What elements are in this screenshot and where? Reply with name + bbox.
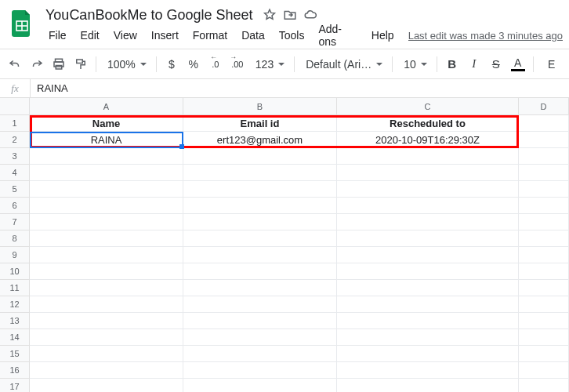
percent-button[interactable]: % (183, 54, 204, 74)
cell-C5[interactable] (337, 181, 519, 198)
cell-B13[interactable] (183, 313, 337, 329)
cell-A16[interactable] (30, 362, 183, 379)
undo-button[interactable] (5, 54, 25, 74)
cell-D8[interactable] (519, 230, 569, 247)
cell-A7[interactable] (30, 214, 183, 230)
cell-A12[interactable] (30, 296, 183, 313)
cell-D13[interactable] (519, 313, 569, 329)
cell-A3[interactable] (30, 148, 183, 165)
row-header[interactable]: 3 (0, 148, 30, 165)
cell-B10[interactable] (183, 263, 337, 280)
cell-B5[interactable] (183, 181, 337, 198)
cell-B1[interactable]: Email id (183, 115, 337, 132)
cell-A6[interactable] (30, 198, 183, 214)
row-header[interactable]: 5 (0, 181, 30, 198)
row-header[interactable]: 8 (0, 230, 30, 247)
row-header[interactable]: 12 (0, 296, 30, 313)
currency-button[interactable]: $ (161, 54, 182, 74)
menu-addons[interactable]: Add-ons (312, 20, 363, 51)
menu-data[interactable]: Data (235, 26, 271, 45)
cell-D3[interactable] (519, 148, 569, 165)
cell-C15[interactable] (337, 346, 519, 362)
font-size-dropdown[interactable]: 10 (397, 54, 432, 74)
cell-C2[interactable]: 2020-10-09T16:29:30Z (337, 132, 519, 148)
row-header[interactable]: 14 (0, 329, 30, 346)
cell-D4[interactable] (519, 165, 569, 181)
cell-B7[interactable] (183, 214, 337, 230)
row-header[interactable]: 13 (0, 313, 30, 329)
cell-A11[interactable] (30, 280, 183, 296)
fill-color-button[interactable]: E (538, 54, 559, 74)
cell-A1[interactable]: Name (30, 115, 183, 132)
cell-A8[interactable] (30, 230, 183, 247)
cell-D9[interactable] (519, 247, 569, 263)
menu-help[interactable]: Help (365, 26, 400, 45)
document-title[interactable]: YouCanBookMe to Google Sheet (42, 5, 256, 25)
col-header-d[interactable]: D (519, 98, 569, 115)
cell-C7[interactable] (337, 214, 519, 230)
formula-input[interactable]: RAINA (31, 82, 68, 94)
paint-format-button[interactable] (71, 54, 91, 74)
row-header[interactable]: 4 (0, 165, 30, 181)
row-header[interactable]: 7 (0, 214, 30, 230)
menu-file[interactable]: File (42, 26, 73, 45)
cell-D5[interactable] (519, 181, 569, 198)
cell-A2[interactable]: RAINA (30, 132, 183, 148)
cell-B3[interactable] (183, 148, 337, 165)
cell-D15[interactable] (519, 346, 569, 362)
cell-A4[interactable] (30, 165, 183, 181)
row-header[interactable]: 6 (0, 198, 30, 214)
cell-A15[interactable] (30, 346, 183, 362)
cell-C4[interactable] (337, 165, 519, 181)
cell-C11[interactable] (337, 280, 519, 296)
cell-C16[interactable] (337, 362, 519, 379)
menu-view[interactable]: View (107, 26, 143, 45)
row-header[interactable]: 10 (0, 263, 30, 280)
cell-C8[interactable] (337, 230, 519, 247)
col-header-c[interactable]: C (337, 98, 519, 115)
cell-B8[interactable] (183, 230, 337, 247)
font-dropdown[interactable]: Default (Ari… (299, 54, 387, 74)
cell-D11[interactable] (519, 280, 569, 296)
zoom-dropdown[interactable]: 100% (101, 54, 151, 74)
last-edit-link[interactable]: Last edit was made 3 minutes ago b (408, 30, 563, 42)
cell-B15[interactable] (183, 346, 337, 362)
redo-button[interactable] (27, 54, 47, 74)
cell-D16[interactable] (519, 362, 569, 379)
italic-button[interactable]: I (464, 54, 484, 74)
cell-C10[interactable] (337, 263, 519, 280)
row-header[interactable]: 15 (0, 346, 30, 362)
strikethrough-button[interactable]: S (486, 54, 506, 74)
menu-edit[interactable]: Edit (74, 26, 106, 45)
cell-C13[interactable] (337, 313, 519, 329)
cell-B14[interactable] (183, 329, 337, 346)
cell-A13[interactable] (30, 313, 183, 329)
row-header[interactable]: 17 (0, 379, 30, 392)
cell-C12[interactable] (337, 296, 519, 313)
cell-D12[interactable] (519, 296, 569, 313)
row-header[interactable]: 11 (0, 280, 30, 296)
increase-decimal-button[interactable]: →.00 (227, 54, 248, 74)
cell-A17[interactable] (30, 379, 183, 392)
cell-C14[interactable] (337, 329, 519, 346)
cell-B2[interactable]: ert123@gmail.com (183, 132, 337, 148)
sheets-logo[interactable] (6, 8, 38, 39)
cell-B17[interactable] (183, 379, 337, 392)
cell-A5[interactable] (30, 181, 183, 198)
cell-D1[interactable] (519, 115, 569, 132)
cell-A9[interactable] (30, 247, 183, 263)
print-button[interactable] (49, 54, 69, 74)
cell-A10[interactable] (30, 263, 183, 280)
cell-D10[interactable] (519, 263, 569, 280)
number-format-dropdown[interactable]: 123 (249, 54, 289, 74)
cell-B6[interactable] (183, 198, 337, 214)
menu-tools[interactable]: Tools (273, 26, 311, 45)
cell-B9[interactable] (183, 247, 337, 263)
bold-button[interactable]: B (442, 54, 462, 74)
cell-B4[interactable] (183, 165, 337, 181)
cell-B12[interactable] (183, 296, 337, 313)
row-header[interactable]: 1 (0, 115, 30, 132)
cell-D14[interactable] (519, 329, 569, 346)
menu-insert[interactable]: Insert (145, 26, 185, 45)
row-header[interactable]: 16 (0, 362, 30, 379)
